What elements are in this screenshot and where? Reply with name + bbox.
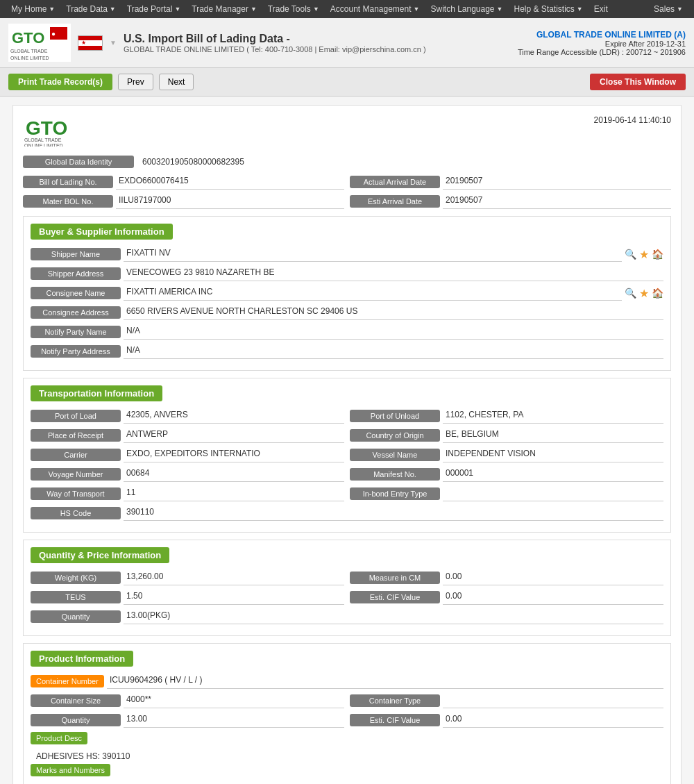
container-number-row: Container Number ICUU9604296 ( HV / L / …: [31, 674, 663, 689]
way-inbond-row: Way of Transport 11 In-bond Entry Type: [31, 486, 663, 501]
header-title: U.S. Import Bill of Lading Data - GLOBAL…: [124, 33, 426, 53]
carrier-vessel-row: Carrier EXDO, EXPEDITORS INTERNATIO Vess…: [31, 447, 663, 462]
mater-bol-col: Mater BOL No. IILU87197000: [23, 194, 344, 209]
bol-arrival-row: Bill of Lading No. EXDO6600076415 Actual…: [23, 174, 671, 190]
esti-arrival-col: Esti Arrival Date 20190507: [350, 194, 671, 209]
doc-header: GTO GLOBAL TRADE ONLINE LIMITED 2019-06-…: [23, 115, 671, 147]
hs-code-row: HS Code 390110: [31, 506, 663, 521]
consignee-search-icon[interactable]: 🔍: [625, 287, 636, 299]
port-row: Port of Load 42305, ANVERS Port of Unloa…: [31, 408, 663, 424]
quantity-section: Quantity & Price Information Weight (KG)…: [23, 540, 671, 636]
transportation-section: Transportation Information Port of Load …: [23, 378, 671, 533]
svg-text:●: ●: [51, 30, 56, 37]
global-data-identity-row: Global Data Identity 6003201905080000682…: [23, 155, 671, 169]
nav-switch-language[interactable]: Switch Language ▼: [425, 0, 508, 18]
qty2-cif2-row: Quantity 13.00 Esti. CIF Value 0.00: [31, 712, 663, 728]
notify-party-address-row: Notify Party Address N/A: [31, 344, 663, 359]
shipper-home-icon[interactable]: 🏠: [652, 249, 663, 260]
svg-text:GTO: GTO: [12, 29, 44, 47]
consignee-star-icon[interactable]: ★: [639, 287, 649, 300]
teus-cif-row: TEUS 1.50 Esti. CIF Value 0.00: [31, 590, 663, 605]
flag-container: ★: [78, 35, 103, 51]
nav-exit[interactable]: Exit: [589, 0, 613, 18]
mater-esti-row: Mater BOL No. IILU87197000 Esti Arrival …: [23, 194, 671, 209]
svg-text:GTO: GTO: [26, 117, 67, 139]
marks-numbers-row: Marks and Numbers: [31, 764, 663, 776]
shipper-search-icon[interactable]: 🔍: [625, 249, 636, 260]
product-section: Product Information Container Number ICU…: [23, 643, 671, 784]
consignee-home-icon[interactable]: 🏠: [652, 287, 663, 299]
shipper-address-row: Shipper Address VENECOWEG 23 9810 NAZARE…: [31, 266, 663, 281]
header-bar: GTO GLOBAL TRADE ONLINE LIMITED ● ★ ▼ U.…: [0, 18, 694, 68]
shipper-star-icon[interactable]: ★: [639, 248, 649, 261]
nav-trade-tools[interactable]: Trade Tools ▼: [262, 0, 325, 18]
doc-logo: GTO GLOBAL TRADE ONLINE LIMITED: [23, 115, 113, 147]
prev-button[interactable]: Prev: [118, 74, 153, 90]
svg-text:ONLINE LIMITED: ONLINE LIMITED: [10, 56, 49, 60]
bol-col: Bill of Lading No. EXDO6600076415: [23, 174, 344, 190]
product-desc-row: Product Desc: [31, 732, 663, 744]
top-navigation: My Home ▼ Trade Data ▼ Trade Portal ▼ Tr…: [0, 0, 694, 18]
nav-trade-portal[interactable]: Trade Portal ▼: [121, 0, 187, 18]
print-button[interactable]: Print Trade Record(s): [8, 74, 112, 90]
shipper-name-row: Shipper Name FIXATTI NV 🔍 ★ 🏠: [31, 247, 663, 262]
nav-account-management[interactable]: Account Management ▼: [325, 0, 425, 18]
nav-trade-data[interactable]: Trade Data ▼: [60, 0, 121, 18]
document-card: GTO GLOBAL TRADE ONLINE LIMITED 2019-06-…: [12, 105, 682, 784]
close-button[interactable]: Close This Window: [590, 74, 686, 90]
svg-text:GLOBAL TRADE: GLOBAL TRADE: [10, 49, 48, 53]
top-toolbar: Print Trade Record(s) Prev Next Close Th…: [0, 68, 694, 97]
nav-sales[interactable]: Sales ▼: [648, 0, 688, 18]
logo-area: GTO GLOBAL TRADE ONLINE LIMITED ● ★ ▼: [8, 24, 117, 62]
notify-party-name-row: Notify Party Name N/A: [31, 324, 663, 340]
consignee-address-row: Consignee Address 6650 RIVERS AVENUE NOR…: [31, 305, 663, 320]
marks-numbers-value: NO MARKS: [31, 781, 663, 784]
container-size-type-row: Container Size 4000** Container Type: [31, 693, 663, 708]
nav-help-statistics[interactable]: Help & Statistics ▼: [508, 0, 588, 18]
svg-text:GLOBAL TRADE: GLOBAL TRADE: [24, 137, 62, 142]
content-area: GTO GLOBAL TRADE ONLINE LIMITED 2019-06-…: [0, 97, 694, 784]
voyage-manifest-row: Voyage Number 00684 Manifest No. 000001: [31, 467, 663, 482]
product-desc-value: ADHESIVES HS: 390110: [31, 749, 663, 764]
nav-trade-manager[interactable]: Trade Manager ▼: [186, 0, 262, 18]
flag-arrow[interactable]: ▼: [110, 39, 117, 47]
receipt-origin-row: Place of Receipt ANTWERP Country of Orig…: [31, 428, 663, 443]
header-right: GLOBAL TRADE ONLINE LIMITED (A) Expire A…: [518, 30, 686, 56]
next-button[interactable]: Next: [159, 74, 194, 90]
nav-my-home[interactable]: My Home ▼: [6, 0, 60, 18]
weight-measure-row: Weight (KG) 13,260.00 Measure in CM 0.00: [31, 570, 663, 585]
consignee-name-row: Consignee Name FIXATTI AMERICA INC 🔍 ★ 🏠: [31, 285, 663, 301]
gto-logo: GTO GLOBAL TRADE ONLINE LIMITED ●: [8, 24, 71, 62]
quantity-row: Quantity 13.00(PKG): [31, 609, 663, 624]
actual-arrival-col: Actual Arrival Date 20190507: [350, 174, 671, 190]
buyer-supplier-section: Buyer & Supplier Information Shipper Nam…: [23, 216, 671, 371]
svg-text:ONLINE LIMITED: ONLINE LIMITED: [24, 143, 63, 147]
